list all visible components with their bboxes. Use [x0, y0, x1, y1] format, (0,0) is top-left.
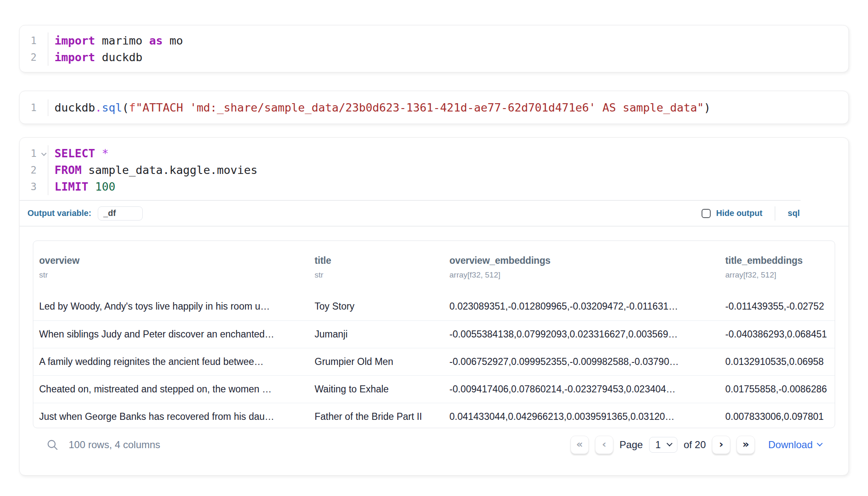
table-cell: Father of the Bride Part II: [309, 403, 444, 428]
table-cell: Toy Story: [309, 293, 444, 320]
table-cell: -0.0055384138,0.07992093,0.023316627,0.0…: [444, 320, 719, 348]
toolbar-divider: [775, 206, 775, 221]
last-page-button[interactable]: »: [737, 436, 755, 454]
page-label: Page: [620, 439, 643, 451]
sql-cell[interactable]: 1SELECT *2FROM sample_data.kaggle.movies…: [19, 137, 849, 476]
search-icon[interactable]: [46, 439, 59, 451]
sql-cell-toolbar: Output variable: Hide output sql: [20, 201, 848, 226]
code-cell-attach[interactable]: 1duckdb.sql(f"ATTACH 'md:_share/sample_d…: [19, 91, 849, 124]
column-type: str: [315, 270, 442, 280]
code-cell-imports[interactable]: 1import marimo as mo2import duckdb: [19, 25, 849, 72]
column-name: overview_embeddings: [449, 255, 718, 266]
row-count-status: 100 rows, 4 columns: [69, 439, 160, 451]
table-cell: 0.007833006,0.097801: [719, 403, 835, 428]
line-number: 2: [20, 162, 48, 179]
code-editor[interactable]: 1import marimo as mo2import duckdb: [20, 25, 848, 73]
column-header[interactable]: titlestr: [309, 241, 444, 293]
table-cell: -0.006752927,0.099952355,-0.009982588,-0…: [444, 348, 719, 375]
table-footer: 100 rows, 4 columns « ‹ Page 1 of 20 › »…: [33, 429, 835, 461]
table-cell: Waiting to Exhale: [309, 375, 444, 403]
table-row[interactable]: A family wedding reignites the ancient f…: [33, 348, 835, 375]
code-line[interactable]: 2import duckdb: [20, 49, 848, 66]
table-cell: Jumanji: [309, 320, 444, 348]
table-header-row: overviewstrtitlestroverview_embeddingsar…: [33, 241, 835, 293]
table-cell: -0.009417406,0.07860214,-0.023279453,0.0…: [444, 375, 719, 403]
table-cell: -0.011439355,-0.02752: [719, 293, 835, 320]
pagination: « ‹ Page 1 of 20 › »: [570, 436, 755, 454]
column-name: title_embeddings: [725, 255, 833, 266]
language-badge[interactable]: sql: [788, 208, 800, 218]
hide-output-label[interactable]: Hide output: [716, 208, 762, 218]
code-line[interactable]: 1import marimo as mo: [20, 32, 848, 49]
code-text: SELECT *: [48, 145, 109, 162]
code-line[interactable]: 1duckdb.sql(f"ATTACH 'md:_share/sample_d…: [20, 99, 848, 116]
hide-output-checkbox[interactable]: [702, 209, 711, 218]
table-cell: Grumpier Old Men: [309, 348, 444, 375]
line-number: 1: [20, 145, 48, 162]
table-cell: -0.040386293,0.068451: [719, 320, 835, 348]
column-type: array[f32, 512]: [449, 270, 718, 280]
table-cell: 0.01755858,-0.0086286: [719, 375, 835, 403]
table-cell: A family wedding reignites the ancient f…: [33, 348, 309, 375]
code-text: duckdb.sql(f"ATTACH 'md:_share/sample_da…: [48, 99, 711, 116]
next-page-button[interactable]: ›: [712, 436, 730, 454]
fold-chevron-icon[interactable]: [41, 151, 47, 156]
table-row[interactable]: Cheated on, mistreated and stepped on, t…: [33, 375, 835, 403]
line-number: 3: [20, 179, 48, 195]
table-cell: 0.023089351,-0.012809965,-0.03209472,-0.…: [444, 293, 719, 320]
column-header[interactable]: title_embeddingsarray[f32, 512]: [719, 241, 835, 293]
column-header[interactable]: overview_embeddingsarray[f32, 512]: [444, 241, 719, 293]
table-cell: Cheated on, mistreated and stepped on, t…: [33, 375, 309, 403]
previous-page-button[interactable]: ‹: [595, 436, 613, 454]
table-cell: 0.041433044,0.042966213,0.0039591365,0.0…: [444, 403, 719, 428]
code-text: LIMIT 100: [48, 179, 115, 195]
line-number: 1: [20, 99, 48, 116]
line-number: 1: [20, 32, 48, 49]
total-pages-label: of 20: [684, 439, 706, 451]
column-name: title: [315, 255, 442, 266]
code-line[interactable]: 2FROM sample_data.kaggle.movies: [20, 162, 848, 179]
code-line[interactable]: 1SELECT *: [20, 145, 848, 162]
table-cell: Just when George Banks has recovered fro…: [33, 403, 309, 428]
column-type: array[f32, 512]: [725, 270, 833, 280]
page-select[interactable]: 1: [649, 437, 677, 453]
line-number: 2: [20, 49, 48, 66]
column-name: overview: [39, 255, 307, 266]
column-header[interactable]: overviewstr: [33, 241, 309, 293]
marimo-notebook: 1import marimo as mo2import duckdb 1duck…: [0, 0, 868, 496]
download-label: Download: [768, 439, 813, 451]
chevron-down-icon: [667, 441, 672, 446]
first-page-button[interactable]: «: [570, 436, 589, 454]
table-cell: 0.0132910535,0.06958: [719, 348, 835, 375]
code-text: import duckdb: [48, 49, 142, 66]
column-type: str: [39, 270, 307, 280]
code-editor[interactable]: 1duckdb.sql(f"ATTACH 'md:_share/sample_d…: [20, 91, 848, 124]
download-button[interactable]: Download: [768, 439, 822, 451]
output-variable-label: Output variable:: [27, 208, 91, 218]
table-cell: Led by Woody, Andy's toys live happily i…: [33, 293, 309, 320]
dataframe-table: overviewstrtitlestroverview_embeddingsar…: [33, 241, 835, 428]
code-editor[interactable]: 1SELECT *2FROM sample_data.kaggle.movies…: [20, 138, 848, 200]
page-select-value: 1: [655, 439, 661, 451]
table-row[interactable]: Led by Woody, Andy's toys live happily i…: [33, 293, 835, 320]
table-row[interactable]: Just when George Banks has recovered fro…: [33, 403, 835, 428]
code-line[interactable]: 3LIMIT 100: [20, 179, 848, 195]
table-row[interactable]: When siblings Judy and Peter discover an…: [33, 320, 835, 348]
output-variable-input[interactable]: [98, 206, 143, 221]
cell-output: overviewstrtitlestroverview_embeddingsar…: [20, 226, 848, 461]
code-text: FROM sample_data.kaggle.movies: [48, 162, 258, 179]
code-text: import marimo as mo: [48, 32, 183, 49]
table-cell: When siblings Judy and Peter discover an…: [33, 320, 309, 348]
chevron-down-icon: [817, 440, 823, 446]
